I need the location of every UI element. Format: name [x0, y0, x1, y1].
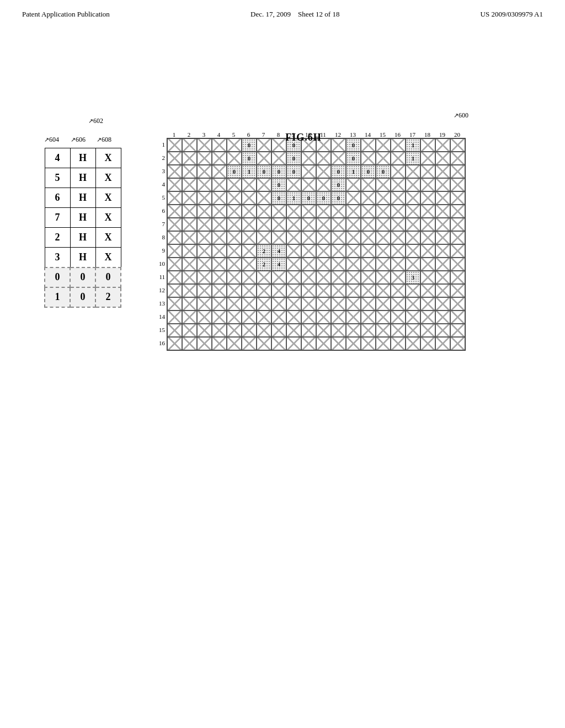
grid-cell [197, 205, 212, 218]
left-table-cell: 6 [45, 188, 70, 208]
grid-cell [167, 218, 182, 231]
grid-cell [182, 271, 197, 284]
grid-cell [197, 271, 212, 284]
grid-cell [182, 205, 197, 218]
grid-cell [242, 218, 257, 231]
grid-cell [301, 218, 316, 231]
grid-cell [331, 271, 346, 284]
left-table-cell: 2 [95, 287, 121, 307]
label-600-arrow: ↗600 [454, 111, 468, 120]
grid-cell [435, 205, 450, 218]
grid-cell [242, 258, 257, 271]
grid-cell: 0 [316, 191, 331, 205]
grid-cell [286, 324, 301, 337]
grid-cell [331, 297, 346, 311]
grid-cell [301, 178, 316, 191]
grid-cell [361, 297, 376, 311]
grid-cell [346, 271, 361, 284]
row-header: 11 [154, 270, 167, 283]
grid-cell [271, 152, 286, 165]
left-table-cell: 1 [45, 287, 70, 307]
grid-cell [435, 311, 450, 324]
grid-cell [182, 284, 197, 297]
grid-cell [376, 311, 391, 324]
grid-cell [331, 258, 346, 271]
grid-cell [450, 191, 465, 205]
grid-cell [435, 324, 450, 337]
grid-cell [406, 324, 420, 337]
grid-cell [346, 218, 361, 231]
grid-cell [346, 191, 361, 205]
grid-cell: 0 [331, 191, 346, 205]
grid-cell [391, 297, 406, 311]
grid-cell [316, 311, 331, 324]
row-header: 6 [154, 204, 167, 217]
grid-cell [361, 218, 376, 231]
grid-cell [182, 191, 197, 205]
grid-cell [301, 324, 316, 337]
left-table-cell: H [70, 168, 95, 188]
left-table-cell: 0 [70, 267, 95, 287]
grid-cell [406, 311, 420, 324]
grid-cell [212, 311, 227, 324]
left-table-cell: X [95, 208, 121, 228]
grid-cell [361, 178, 376, 191]
grid-cell [316, 165, 331, 178]
grid-cell: 3 [406, 271, 420, 284]
grid-cell [212, 324, 227, 337]
grid-cell [391, 205, 406, 218]
grid-cell [346, 205, 361, 218]
grid-cell [420, 178, 435, 191]
grid-cell [227, 258, 242, 271]
grid-cell [361, 152, 376, 165]
grid-cell [301, 297, 316, 311]
grid-cell [316, 244, 331, 258]
grid-cell [197, 165, 212, 178]
grid-cell [331, 311, 346, 324]
grid-cell [271, 284, 286, 297]
grid-body: 12345678910111213141516 0001000101000010… [154, 138, 466, 351]
row-header: 10 [154, 257, 167, 270]
grid-cell [435, 231, 450, 244]
grid-cell [406, 205, 420, 218]
grid-cell [391, 152, 406, 165]
grid-cell [286, 178, 301, 191]
grid-cell [227, 311, 242, 324]
grid-cell [376, 324, 391, 337]
grid-cell [212, 231, 227, 244]
grid-cell [182, 152, 197, 165]
grid-cell [376, 231, 391, 244]
grid-cells: 00010001010000100000100024243 [167, 138, 466, 351]
grid-cell [376, 178, 391, 191]
grid-cell [346, 258, 361, 271]
grid-cell [435, 297, 450, 311]
grid-cell [167, 244, 182, 258]
grid-cell [361, 191, 376, 205]
grid-cell [316, 284, 331, 297]
row-header: 13 [154, 297, 167, 310]
row-header: 7 [154, 217, 167, 231]
grid-cell [450, 178, 465, 191]
grid-cell [346, 311, 361, 324]
grid-cell [391, 244, 406, 258]
grid-cell [182, 297, 197, 311]
grid-cell [331, 244, 346, 258]
grid-cell [257, 191, 271, 205]
grid-cell [197, 244, 212, 258]
grid-cell [406, 337, 420, 350]
grid-cell [271, 231, 286, 244]
grid-cell [242, 324, 257, 337]
grid-cell [212, 165, 227, 178]
grid-cell [286, 311, 301, 324]
grid-cell [316, 258, 331, 271]
grid-cell [361, 324, 376, 337]
left-table-cell: H [70, 188, 95, 208]
grid-cell [331, 324, 346, 337]
grid-cell [435, 178, 450, 191]
grid-cell [450, 311, 465, 324]
grid-container: 1234567891011121314151617181920 12345678… [154, 131, 466, 351]
grid-cell [331, 284, 346, 297]
grid-cell [242, 178, 257, 191]
grid-cell [242, 311, 257, 324]
grid-cell [257, 218, 271, 231]
